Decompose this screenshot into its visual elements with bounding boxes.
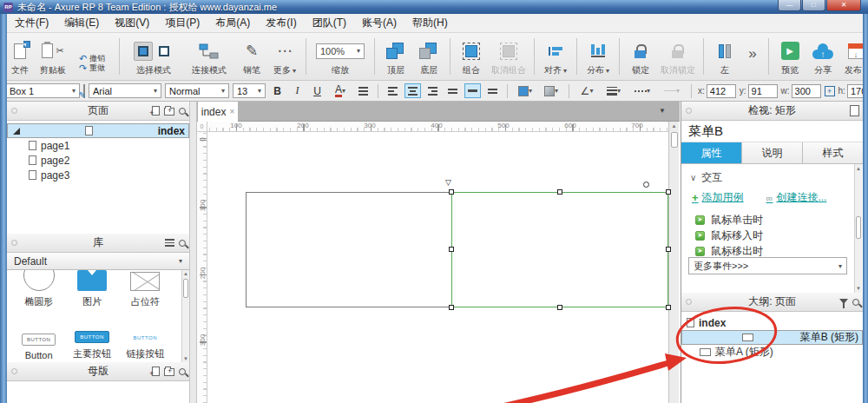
menu-project[interactable]: 项目(P) xyxy=(157,13,207,33)
search-icon[interactable] xyxy=(179,108,186,115)
menu-help[interactable]: 帮助(H) xyxy=(404,13,456,33)
link-wh-icon[interactable]: + xyxy=(825,86,835,96)
tab-notes[interactable]: 说明 xyxy=(742,142,803,163)
tab-list-dropdown-icon[interactable]: ▼ xyxy=(659,107,666,115)
resize-handle-w[interactable] xyxy=(449,247,454,252)
title-bar[interactable]: RP 未命名 - Axure RP 8 Team Edition : 授权给 w… xyxy=(0,0,868,14)
shadow-button[interactable]: ▾ xyxy=(540,83,562,98)
preview-button[interactable]: ▶ 预览 xyxy=(777,36,803,76)
expand-toolbar-button[interactable]: » xyxy=(745,36,760,76)
widget-placeholder[interactable]: 占位符 xyxy=(119,270,172,308)
maximize-button[interactable]: □ xyxy=(802,0,825,11)
font-size-select[interactable]: 13 ▾ xyxy=(233,83,266,98)
line-spacing-button[interactable] xyxy=(355,83,372,98)
align-button[interactable]: 对齐▾ xyxy=(542,36,569,76)
widget-ellipse[interactable]: 椭圆形 xyxy=(12,270,65,308)
resize-handle-se[interactable] xyxy=(666,305,671,310)
page-item-page1[interactable]: page1 xyxy=(7,138,189,153)
align-middle-button[interactable] xyxy=(464,83,481,98)
outline-item-menuA[interactable]: 菜单A (矩形) xyxy=(681,345,863,360)
add-folder-icon[interactable] xyxy=(164,108,174,116)
select-mode-button[interactable]: 选择模式 xyxy=(128,36,180,76)
design-canvas[interactable]: ▽ xyxy=(207,132,668,403)
rotate-handle-icon[interactable] xyxy=(643,182,649,188)
notes-page-icon[interactable] xyxy=(850,105,859,116)
widget-image[interactable]: 图片 xyxy=(65,270,118,308)
tab-properties[interactable]: 属性 xyxy=(681,142,742,163)
tab-style[interactable]: 样式 xyxy=(803,142,863,163)
font-color-button[interactable]: A ▾ xyxy=(329,83,352,98)
page-item-index[interactable]: index xyxy=(7,123,189,138)
align-bottom-button[interactable] xyxy=(484,83,501,98)
line-width-button[interactable]: ▾ xyxy=(602,83,626,98)
tab-index[interactable]: index × xyxy=(198,102,238,122)
distribute-button[interactable]: 分布▾ xyxy=(585,36,611,76)
page-item-page3[interactable]: page3 xyxy=(7,168,189,182)
unlock-button[interactable]: 取消锁定 xyxy=(661,36,695,76)
event-onmouseenter[interactable]: ➤ 鼠标移入时 xyxy=(681,228,863,243)
select-contain-icon[interactable] xyxy=(155,42,174,61)
redo-button[interactable]: ↷重做 xyxy=(79,63,105,73)
align-right-button[interactable] xyxy=(424,83,441,98)
resize-handle-sw[interactable] xyxy=(449,305,454,310)
send-to-back-button[interactable]: 底层 xyxy=(416,36,442,76)
italic-button[interactable]: I xyxy=(289,83,306,98)
minimize-button[interactable]: — xyxy=(778,0,801,11)
add-folder-icon[interactable] xyxy=(164,368,174,376)
library-scrollbar[interactable]: ▲ ▼ xyxy=(181,270,189,362)
bring-to-front-button[interactable]: 顶层 xyxy=(383,36,409,76)
select-intersect-icon[interactable] xyxy=(134,42,153,61)
more-events-select[interactable]: 更多事件>>> ▾ xyxy=(688,257,847,274)
line-color-button[interactable]: ∠ ▾ xyxy=(575,83,598,98)
inspector-scrollbar[interactable]: ▲ ▼ xyxy=(854,164,862,293)
font-weight-select[interactable]: Normal ▾ xyxy=(165,83,229,98)
filter-icon[interactable] xyxy=(839,299,848,308)
outline-item-index[interactable]: index xyxy=(681,315,863,330)
line-style-button[interactable]: ▾ xyxy=(629,83,655,98)
arrow-style-button[interactable]: ▾ xyxy=(659,83,685,98)
add-case-link[interactable]: + 添加用例 xyxy=(692,190,744,205)
page-item-page2[interactable]: page2 xyxy=(7,153,189,168)
resize-handle-s[interactable] xyxy=(557,305,562,310)
close-button[interactable]: ✕ xyxy=(826,0,861,11)
fill-color-button[interactable]: ▾ xyxy=(514,83,536,98)
widget-button[interactable]: BUTTON Button xyxy=(12,308,65,360)
add-page-icon[interactable] xyxy=(152,106,160,116)
resize-handle-ne[interactable] xyxy=(666,189,671,195)
menu-edit[interactable]: 编辑(E) xyxy=(56,13,107,33)
ungroup-button[interactable]: 取消组合 xyxy=(491,36,526,76)
widget-primary-button[interactable]: BUTTON 主要按钮 xyxy=(65,308,118,360)
connect-mode-button[interactable]: 连接模式 xyxy=(187,36,232,76)
menu-view[interactable]: 视图(V) xyxy=(107,13,157,33)
font-family-select[interactable]: Arial ▾ xyxy=(89,83,161,98)
bold-button[interactable]: B xyxy=(269,83,286,98)
canvas-scrollbar[interactable]: ▲ xyxy=(668,122,679,403)
search-icon[interactable] xyxy=(179,240,186,247)
align-left-button[interactable] xyxy=(385,83,401,98)
left-panel-toggle[interactable]: 左 xyxy=(712,36,738,76)
library-kit-select[interactable]: Default ▾ xyxy=(7,253,189,270)
event-onclick[interactable]: ➤ 鼠标单击时 xyxy=(681,212,863,228)
widget-name-field[interactable]: 菜单B xyxy=(681,121,863,142)
x-input[interactable] xyxy=(707,84,736,98)
pen-button[interactable]: ✎ 钢笔 xyxy=(239,36,265,76)
menu-account[interactable]: 账号(A) xyxy=(354,13,404,33)
align-center-button[interactable] xyxy=(404,83,421,98)
zoom-select[interactable]: 100% ▾ xyxy=(316,43,365,59)
menu-layout[interactable]: 布局(A) xyxy=(207,13,258,33)
menu-publish[interactable]: 发布(I) xyxy=(258,13,304,33)
edit-style-icon[interactable] xyxy=(83,84,85,98)
underline-button[interactable]: U xyxy=(309,83,326,98)
share-button[interactable]: ↑ 分享 xyxy=(810,36,836,76)
search-icon[interactable] xyxy=(179,368,186,375)
w-input[interactable] xyxy=(792,84,821,98)
zoom-control[interactable]: 100% ▾ 缩放 xyxy=(314,36,366,76)
tree-expand-icon[interactable] xyxy=(13,128,20,135)
search-icon[interactable] xyxy=(852,299,859,306)
more-button[interactable]: ⋯ 更多▾ xyxy=(272,36,298,76)
create-connection-link[interactable]: ∞ 创建连接... xyxy=(766,190,827,205)
widget-style-select[interactable]: Box 1 ▾ xyxy=(5,83,80,98)
widget-rect-menuA[interactable] xyxy=(246,192,452,307)
tab-close-icon[interactable]: × xyxy=(229,107,234,116)
library-menu-icon[interactable] xyxy=(165,239,174,247)
